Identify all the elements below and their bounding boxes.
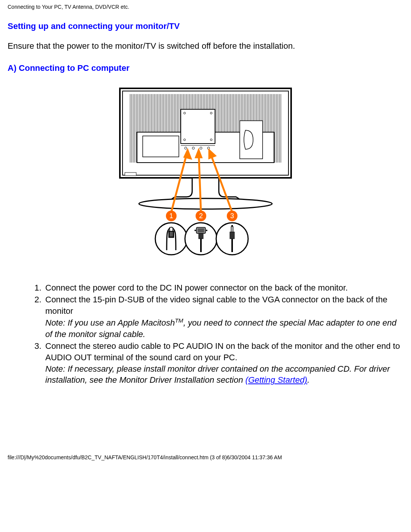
- monitor-rear-diagram-icon: 1 2 3: [114, 83, 297, 259]
- trademark-superscript: TM: [175, 317, 183, 324]
- svg-rect-11: [240, 121, 263, 159]
- callout-3: 3: [230, 212, 234, 220]
- page-header-breadcrumb: Connecting to Your PC, TV Antenna, DVD/V…: [8, 4, 403, 10]
- svg-point-38: [206, 230, 207, 231]
- step-1: Connect the power cord to the DC IN powe…: [44, 282, 403, 294]
- svg-rect-41: [231, 227, 233, 232]
- svg-rect-10: [143, 136, 179, 157]
- step-3-note-text: Note: If necessary, please install monit…: [45, 364, 390, 385]
- instruction-list: Connect the power cord to the DC IN powe…: [8, 282, 403, 386]
- connection-diagram: 1 2 3: [8, 83, 403, 259]
- step-1-text: Connect the power cord to the DC IN powe…: [45, 283, 348, 292]
- svg-rect-40: [230, 232, 234, 239]
- svg-rect-35: [199, 233, 203, 239]
- step-2-text: Connect the 15-pin D-SUB of the video si…: [45, 295, 387, 316]
- svg-rect-31: [169, 231, 174, 237]
- callout-2: 2: [199, 212, 203, 220]
- step-2-note-a: Note: If you use an Apple Macitosh: [45, 318, 175, 328]
- step-3-period: .: [307, 375, 309, 385]
- page-footer-path: file:///D|/My%20documents/dfu/B2C_TV_NAF…: [8, 454, 403, 460]
- step-3: Connect the stereo audio cable to PC AUD…: [44, 340, 403, 386]
- heading-setup: Setting up and connecting your monitor/T…: [8, 21, 403, 31]
- step-2: Connect the 15-pin D-SUB of the video si…: [44, 294, 403, 340]
- svg-rect-5: [181, 109, 215, 144]
- intro-text: Ensure that the power to the monitor/TV …: [8, 41, 403, 52]
- svg-rect-18: [125, 173, 136, 176]
- step-3-text: Connect the stereo audio cable to PC AUD…: [45, 341, 400, 362]
- heading-section-a: A) Connecting to PC computer: [8, 63, 403, 73]
- svg-rect-34: [198, 228, 204, 232]
- svg-point-17: [139, 198, 272, 209]
- svg-rect-32: [170, 227, 173, 231]
- step-2-note: Note: If you use an Apple MacitoshTM, yo…: [45, 318, 397, 339]
- svg-point-37: [194, 230, 196, 231]
- getting-started-link[interactable]: (Getting Started): [245, 375, 307, 385]
- step-3-note: Note: If necessary, please install monit…: [45, 364, 390, 385]
- callout-1: 1: [169, 212, 173, 220]
